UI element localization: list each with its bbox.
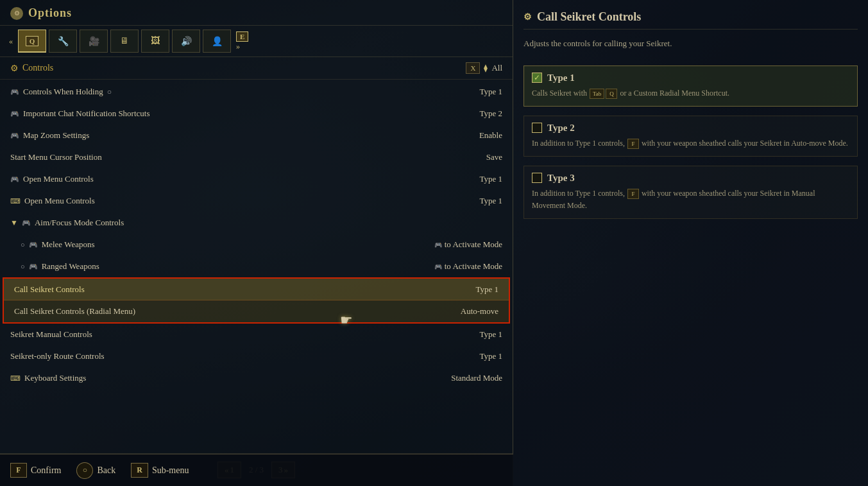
checkbox-1: ✓ <box>532 73 542 83</box>
bottom-bar: F Confirm ○ Back R Sub-menu <box>0 454 513 486</box>
bottom-confirm: F Confirm <box>10 463 61 478</box>
setting-call-seikret-radial[interactable]: Call Seikret Controls (Radial Menu) Auto… <box>4 300 509 322</box>
options-header: ⚙ Options <box>0 0 513 26</box>
right-panel: ⚙ Call Seikret Controls Adjusts the cont… <box>513 0 868 486</box>
bottom-submenu: R Sub-menu <box>131 463 189 478</box>
setting-open-menu-gamepad[interactable]: 🎮 Open Menu Controls Type 1 <box>0 168 513 190</box>
options-title: Options <box>28 6 72 20</box>
setting-ranged-weapons[interactable]: ○ 🎮 Ranged Weapons 🎮 to Activate Mode <box>0 256 513 277</box>
type-name-1: Type 1 <box>547 73 575 83</box>
setting-controls-when-holding[interactable]: 🎮 Controls When Holding ○ Type 1 <box>0 81 513 103</box>
gamepad-icon: 🎮 <box>29 263 38 271</box>
controls-label-text: Controls <box>22 63 53 73</box>
setting-name: 🎮 Controls When Holding ○ <box>10 87 112 97</box>
checkbox-3 <box>532 173 542 183</box>
q-key-inline: Q <box>606 89 617 99</box>
bottom-back: ○ Back <box>76 462 115 479</box>
tab-icon-2: 🎥 <box>89 36 99 47</box>
filter-area: X ⧫ All <box>466 62 502 74</box>
tab-nav-left[interactable]: « <box>6 35 15 48</box>
selected-group: Call Seikret Controls Type 1 Call Seikre… <box>3 277 510 324</box>
setting-map-zoom[interactable]: 🎮 Map Zoom Settings Enable <box>0 125 513 146</box>
detail-title: ⚙ Call Seikret Controls <box>523 10 858 30</box>
setting-value: Type 1 <box>479 87 502 97</box>
tab-key-q: Q <box>26 36 39 46</box>
submenu-key: R <box>131 463 148 478</box>
aim-icon: 🎮 <box>434 263 442 270</box>
type-desc-2: In addition to Type 1 controls, F with y… <box>532 137 849 150</box>
setting-value: 🎮 to Activate Mode <box>434 261 502 272</box>
tab-item-4[interactable]: 🖼 <box>141 30 169 53</box>
controls-gear-icon: ⚙ <box>10 63 19 74</box>
setting-melee-weapons[interactable]: ○ 🎮 Melee Weapons 🎮 to Activate Mode <box>0 234 513 256</box>
left-panel: ⚙ Options « Q 🔧 🎥 🖥 🖼 🔊 <box>0 0 513 486</box>
filter-funnel-icon: ⧫ <box>484 64 488 73</box>
setting-value: Type 2 <box>479 108 502 119</box>
tab-item-5[interactable]: 🔊 <box>172 30 200 53</box>
back-key: ○ <box>76 462 93 479</box>
setting-name: Seikret Manual Controls <box>10 329 92 340</box>
type-header-1: ✓ Type 1 <box>532 73 849 83</box>
tab-item-1[interactable]: 🔧 <box>49 30 77 53</box>
gamepad-icon: 🎮 <box>22 219 31 227</box>
setting-seikret-route[interactable]: Seikret-only Route Controls Type 1 <box>0 345 513 367</box>
setting-name: Call Seikret Controls (Radial Menu) <box>14 306 135 317</box>
setting-name: ⌨ Keyboard Settings <box>10 373 86 383</box>
tab-nav-right[interactable]: E » <box>234 30 251 53</box>
type-desc-3: In addition to Type 1 controls, F with y… <box>532 187 849 212</box>
setting-name: Call Seikret Controls <box>14 284 85 295</box>
filter-x-button[interactable]: X <box>466 62 480 74</box>
setting-value: Type 1 <box>479 174 502 184</box>
tab-icon-1: 🔧 <box>58 36 69 47</box>
type-name-3: Type 3 <box>547 173 575 184</box>
detail-gear-icon: ⚙ <box>523 12 532 22</box>
setting-name: Seikret-only Route Controls <box>10 351 105 361</box>
setting-value: Type 1 <box>479 329 502 340</box>
checkbox-2 <box>532 123 542 133</box>
setting-open-menu-keyboard[interactable]: ⌨ Open Menu Controls Type 1 <box>0 190 513 212</box>
tab-item-6[interactable]: 👤 <box>203 30 231 53</box>
tab-item-3[interactable]: 🖥 <box>110 30 139 53</box>
setting-name: ⌨ Open Menu Controls <box>10 196 95 206</box>
setting-name: ▼ 🎮 Aim/Focus Mode Controls <box>10 218 124 228</box>
type-option-1[interactable]: ✓ Type 1 Calls Seikret with TabQ or a Cu… <box>523 65 858 107</box>
setting-name: ○ 🎮 Ranged Weapons <box>21 261 99 272</box>
type-header-2: Type 2 <box>532 123 849 134</box>
detail-title-text: Call Seikret Controls <box>537 10 641 24</box>
tab-key-e: E <box>236 31 248 42</box>
tab-icon-4: 🖼 <box>151 36 160 46</box>
setting-name: 🎮 Important Chat Notification Shortcuts <box>10 108 150 119</box>
setting-name: 🎮 Open Menu Controls <box>10 174 94 184</box>
settings-list: 🎮 Controls When Holding ○ Type 1 🎮 Impor… <box>0 80 513 453</box>
setting-value: Type 1 <box>475 284 498 295</box>
type-option-3[interactable]: Type 3 In addition to Type 1 controls, F… <box>523 166 858 219</box>
bullet-icon: ○ <box>21 241 25 248</box>
setting-keyboard[interactable]: ⌨ Keyboard Settings Standard Mode <box>0 367 513 389</box>
tab-key-inline: Tab <box>590 89 604 99</box>
type-option-2[interactable]: Type 2 In addition to Type 1 controls, F… <box>523 116 858 157</box>
setting-aim-focus[interactable]: ▼ 🎮 Aim/Focus Mode Controls <box>0 212 513 234</box>
tab-item-0[interactable]: Q <box>18 30 46 53</box>
setting-cursor-position[interactable]: Start Menu Cursor Position Save <box>0 146 513 168</box>
setting-seikret-manual[interactable]: Seikret Manual Controls Type 1 <box>0 324 513 345</box>
gamepad-icon: 🎮 <box>10 132 19 140</box>
tab-icon-6: 👤 <box>212 36 223 47</box>
back-label: Back <box>97 465 115 476</box>
filter-all-text: All <box>491 63 502 73</box>
setting-call-seikret[interactable]: Call Seikret Controls Type 1 <box>4 279 509 300</box>
aim-icon: 🎮 <box>434 241 442 248</box>
tab-item-2[interactable]: 🎥 <box>80 30 108 53</box>
gamepad-icon: 🎮 <box>10 88 19 96</box>
gamepad-icon: 🎮 <box>10 110 19 118</box>
setting-value: Save <box>486 152 502 162</box>
gamepad-icon: 🎮 <box>29 241 38 249</box>
bullet-icon: ○ <box>21 263 25 270</box>
controls-label: ⚙ Controls <box>10 63 53 74</box>
tab-bar: « Q 🔧 🎥 🖥 🖼 🔊 👤 E <box>0 26 513 57</box>
type-name-2: Type 2 <box>547 123 575 134</box>
keyboard-icon: ⌨ <box>10 197 21 205</box>
setting-chat-shortcuts[interactable]: 🎮 Important Chat Notification Shortcuts … <box>0 103 513 125</box>
detail-description: Adjusts the controls for calling your Se… <box>523 37 858 58</box>
confirm-key: F <box>10 463 27 478</box>
setting-name: 🎮 Map Zoom Settings <box>10 130 89 141</box>
